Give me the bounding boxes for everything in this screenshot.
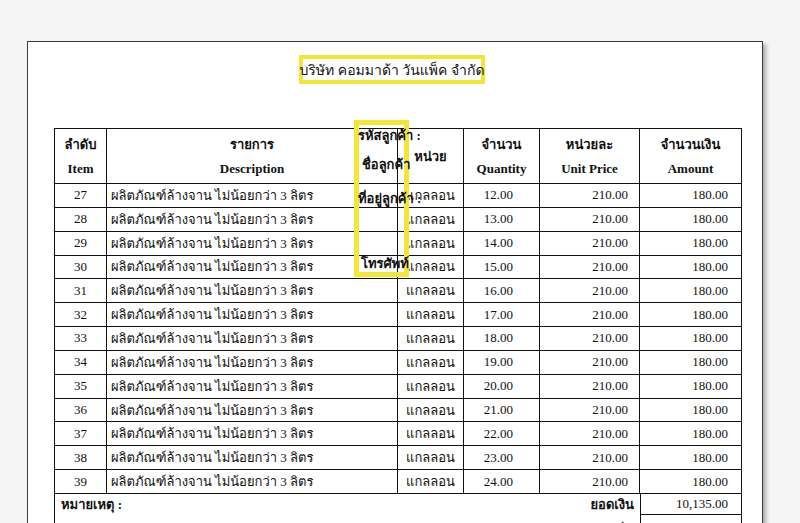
item-number-cell: 38 <box>55 446 107 470</box>
quantity-cell: 14.00 <box>464 232 540 256</box>
unit-price-cell: 210.00 <box>540 351 640 375</box>
unit-price-cell: 210.00 <box>540 184 640 208</box>
unit-cell: แกลลอน <box>398 303 464 327</box>
quantity-cell: 18.00 <box>464 327 540 351</box>
unit-price-cell: 210.00 <box>540 422 640 446</box>
total-amount-cell: 10,135.00 <box>641 494 741 515</box>
amount-cell: 180.00 <box>640 184 741 208</box>
customer-name-label: ชื่อลูกค้า <box>362 154 410 175</box>
table-footer-row: หมายเหตุ : ยอดเงิน 10,135.00 <box>55 494 741 515</box>
unit-price-cell: 210.00 <box>540 279 640 303</box>
unit-price-cell: 210.00 <box>540 232 640 256</box>
title-highlight-box: บริษัท คอมมาด้า วันแพ็ค จำกัด <box>299 55 485 84</box>
unit-price-cell: 210.00 <box>540 375 640 399</box>
description-cell: ผลิตภัณฑ์ล้างจาน ไม่น้อยกว่า 3 ลิตร <box>107 375 398 399</box>
quantity-cell: 13.00 <box>464 208 540 232</box>
unit-cell: แกลลอน <box>398 399 464 423</box>
item-number-cell: 32 <box>55 303 107 327</box>
unit-cell: แกลลอน <box>398 375 464 399</box>
item-number-cell: 31 <box>55 279 107 303</box>
unit-cell: แกลลอน <box>398 422 464 446</box>
item-number-cell: 28 <box>55 208 107 232</box>
item-number-cell: 37 <box>55 422 107 446</box>
amount-cell: 180.00 <box>640 470 741 494</box>
item-number-cell: 34 <box>55 351 107 375</box>
footer-left-cell: หมายเหตุ : ยอดเงิน <box>55 494 641 515</box>
header-unit-price: หน่วยละ Unit Price <box>540 129 640 184</box>
quantity-cell: 20.00 <box>464 375 540 399</box>
description-cell: ผลิตภัณฑ์ล้างจาน ไม่น้อยกว่า 3 ลิตร <box>107 303 398 327</box>
item-number-cell: 29 <box>55 232 107 256</box>
table-row: 33 ผลิตภัณฑ์ล้างจาน ไม่น้อยกว่า 3 ลิตร แ… <box>55 327 741 351</box>
clipped-next-label: ภาษีมูลค่าเพิ่ม <box>55 515 641 523</box>
item-number-cell: 35 <box>55 375 107 399</box>
note-label: หมายเหตุ : <box>61 494 122 515</box>
table-row: 38 ผลิตภัณฑ์ล้างจาน ไม่น้อยกว่า 3 ลิตร แ… <box>55 446 741 470</box>
unit-cell: แกลลอน <box>398 470 464 494</box>
unit-price-cell: 210.00 <box>540 303 640 327</box>
desktop-background: { "title": "บริษัท คอมมาด้า วันแพ็ค จำกั… <box>0 0 800 523</box>
amount-cell: 180.00 <box>640 351 741 375</box>
amount-cell: 180.00 <box>640 446 741 470</box>
header-quantity: จำนวน Quantity <box>464 129 540 184</box>
description-cell: ผลิตภัณฑ์ล้างจาน ไม่น้อยกว่า 3 ลิตร <box>107 351 398 375</box>
unit-cell: แกลลอน <box>398 446 464 470</box>
amount-cell: 180.00 <box>640 256 741 280</box>
table-row: 36 ผลิตภัณฑ์ล้างจาน ไม่น้อยกว่า 3 ลิตร แ… <box>55 399 741 423</box>
table-footer-row-clipped: ภาษีมูลค่าเพิ่ม <box>55 515 741 523</box>
amount-cell: 180.00 <box>640 208 741 232</box>
unit-price-cell: 210.00 <box>540 399 640 423</box>
unit-price-cell: 210.00 <box>540 327 640 351</box>
table-row: 37 ผลิตภัณฑ์ล้างจาน ไม่น้อยกว่า 3 ลิตร แ… <box>55 422 741 446</box>
unit-price-cell: 210.00 <box>540 470 640 494</box>
description-cell: ผลิตภัณฑ์ล้างจาน ไม่น้อยกว่า 3 ลิตร <box>107 446 398 470</box>
description-cell: ผลิตภัณฑ์ล้างจาน ไม่น้อยกว่า 3 ลิตร <box>107 470 398 494</box>
unit-cell: แกลลอน <box>398 327 464 351</box>
customer-address-label: ที่อยู่ลูกค้า : <box>358 188 421 209</box>
unit-price-cell: 210.00 <box>540 208 640 232</box>
description-cell: ผลิตภัณฑ์ล้างจาน ไม่น้อยกว่า 3 ลิตร <box>107 399 398 423</box>
quantity-cell: 16.00 <box>464 279 540 303</box>
amount-cell: 180.00 <box>640 232 741 256</box>
item-number-cell: 36 <box>55 399 107 423</box>
amount-cell: 180.00 <box>640 399 741 423</box>
quantity-cell: 19.00 <box>464 351 540 375</box>
table-row: 35 ผลิตภัณฑ์ล้างจาน ไม่น้อยกว่า 3 ลิตร แ… <box>55 375 741 399</box>
quantity-cell: 21.00 <box>464 399 540 423</box>
table-row: 32 ผลิตภัณฑ์ล้างจาน ไม่น้อยกว่า 3 ลิตร แ… <box>55 303 741 327</box>
amount-cell: 180.00 <box>640 422 741 446</box>
quantity-cell: 23.00 <box>464 446 540 470</box>
item-number-cell: 27 <box>55 184 107 208</box>
quantity-cell: 12.00 <box>464 184 540 208</box>
amount-cell: 180.00 <box>640 303 741 327</box>
table-row: 39 ผลิตภัณฑ์ล้างจาน ไม่น้อยกว่า 3 ลิตร แ… <box>55 470 741 494</box>
unit-price-cell: 210.00 <box>540 256 640 280</box>
amount-cell: 180.00 <box>640 375 741 399</box>
description-cell: ผลิตภัณฑ์ล้างจาน ไม่น้อยกว่า 3 ลิตร <box>107 279 398 303</box>
table-row: 31 ผลิตภัณฑ์ล้างจาน ไม่น้อยกว่า 3 ลิตร แ… <box>55 279 741 303</box>
header-item: ลำดับ Item <box>55 129 107 184</box>
total-label: ยอดเงิน <box>590 494 634 515</box>
description-cell: ผลิตภัณฑ์ล้างจาน ไม่น้อยกว่า 3 ลิตร <box>107 327 398 351</box>
item-number-cell: 30 <box>55 256 107 280</box>
quantity-cell: 22.00 <box>464 422 540 446</box>
item-number-cell: 39 <box>55 470 107 494</box>
amount-cell: 180.00 <box>640 279 741 303</box>
document-page: บริษัท คอมมาด้า วันแพ็ค จำกัด ลำดับ Item… <box>27 41 763 523</box>
table-row: 34 ผลิตภัณฑ์ล้างจาน ไม่น้อยกว่า 3 ลิตร แ… <box>55 351 741 375</box>
quantity-cell: 17.00 <box>464 303 540 327</box>
customer-phone-label: โทรศัพท์ <box>361 253 409 274</box>
item-number-cell: 33 <box>55 327 107 351</box>
customer-code-label: รหัสลูกค้า : <box>358 125 421 146</box>
unit-cell: แกลลอน <box>398 279 464 303</box>
unit-price-cell: 210.00 <box>540 446 640 470</box>
clipped-amount-cell <box>641 515 741 523</box>
quantity-cell: 15.00 <box>464 256 540 280</box>
header-amount: จำนวนเงิน Amount <box>640 129 741 184</box>
quantity-cell: 24.00 <box>464 470 540 494</box>
amount-cell: 180.00 <box>640 327 741 351</box>
description-cell: ผลิตภัณฑ์ล้างจาน ไม่น้อยกว่า 3 ลิตร <box>107 422 398 446</box>
unit-cell: แกลลอน <box>398 351 464 375</box>
company-title: บริษัท คอมมาด้า วันแพ็ค จำกัด <box>299 59 484 81</box>
